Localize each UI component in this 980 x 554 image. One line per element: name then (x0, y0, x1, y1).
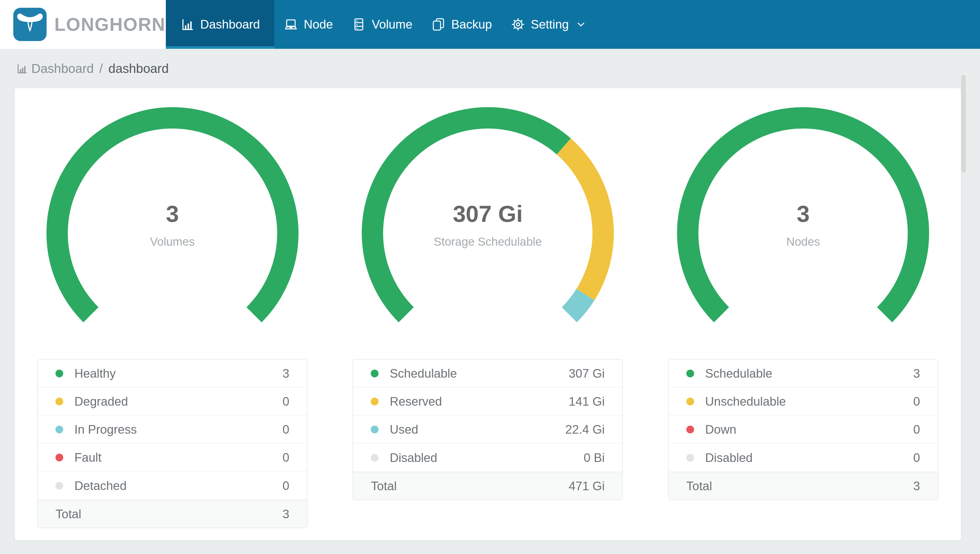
legend-row: Detached 0 (38, 472, 307, 500)
status-dot (686, 426, 694, 433)
legend-label: Disabled (390, 451, 437, 465)
legend-value: 0 (283, 451, 289, 465)
total-value: 3 (913, 479, 920, 493)
legend-total-row: Total 3 (668, 472, 938, 500)
bar-chart-icon (180, 17, 195, 32)
vertical-scrollbar-thumb[interactable] (961, 75, 966, 173)
longhorn-logo[interactable]: LONGHORN (0, 0, 166, 49)
legend-label: Fault (74, 451, 102, 465)
status-dot (371, 398, 379, 405)
legend-label: Unschedulable (705, 395, 786, 408)
legend-value: 141 Gi (569, 395, 605, 408)
legend-label: Degraded (74, 395, 128, 408)
status-dot (56, 398, 63, 405)
legend-row: Disabled 0 (668, 444, 938, 472)
legend-label: Detached (74, 479, 126, 493)
top-navbar: LONGHORN Dashboard Node (0, 0, 980, 49)
status-dot (56, 454, 63, 462)
total-label: Total (56, 507, 81, 521)
legend-row: Used 22.4 Gi (353, 416, 622, 444)
legend-label: Schedulable (705, 366, 772, 380)
total-label: Total (371, 479, 396, 493)
nav-label: Setting (531, 18, 569, 31)
gauge-center-text: 3 Nodes (671, 201, 935, 248)
legend-value: 0 (283, 479, 289, 493)
volumes-count: 3 (41, 201, 304, 226)
status-dot (56, 369, 63, 377)
longhorn-bull-icon (13, 8, 47, 41)
legend-label: Disabled (705, 451, 752, 465)
nodes-count: 3 (671, 201, 935, 226)
status-dot (686, 454, 694, 462)
brand-name: LONGHORN (54, 14, 165, 35)
storage-legend-table: Schedulable 307 Gi Reserved 141 Gi Used … (352, 359, 623, 500)
total-value: 471 Gi (569, 479, 605, 493)
nav-label: Volume (372, 18, 412, 31)
status-dot (371, 426, 379, 433)
storage-panel: 307 Gi Storage Schedulable Schedulable 3… (330, 88, 645, 540)
storage-schedulable-label: Storage Schedulable (356, 235, 619, 248)
legend-label: Down (705, 423, 737, 436)
total-label: Total (686, 479, 712, 493)
gear-icon (511, 17, 525, 32)
volumes-panel: 3 Volumes Healthy 3 Degraded 0 In Progre… (15, 88, 330, 540)
legend-row: Disabled 0 Bi (353, 444, 622, 472)
volumes-gauge: 3 Volumes (41, 102, 304, 354)
legend-value: 0 (913, 395, 920, 408)
status-dot (686, 369, 694, 377)
nav-label: Backup (451, 18, 492, 31)
nav-item-setting[interactable]: Setting (501, 0, 597, 49)
legend-label: Reserved (390, 395, 442, 408)
breadcrumb-section[interactable]: Dashboard (31, 61, 94, 76)
storage-gauge: 307 Gi Storage Schedulable (356, 102, 619, 354)
nodes-label: Nodes (671, 235, 935, 248)
nav-item-dashboard[interactable]: Dashboard (166, 0, 274, 49)
bar-chart-icon (16, 62, 28, 75)
total-value: 3 (283, 507, 289, 521)
breadcrumb: Dashboard / dashboard (16, 49, 169, 88)
storage-schedulable-value: 307 Gi (356, 201, 619, 226)
legend-label: Healthy (74, 366, 116, 380)
copy-icon (431, 17, 445, 32)
status-dot (371, 454, 379, 462)
status-dot (686, 398, 694, 405)
legend-label: In Progress (74, 423, 137, 436)
legend-value: 22.4 Gi (565, 423, 605, 436)
legend-value: 0 (283, 395, 289, 408)
nodes-legend-table: Schedulable 3 Unschedulable 0 Down 0 Dis… (668, 359, 939, 500)
legend-label: Used (390, 423, 418, 436)
legend-row: Fault 0 (38, 444, 307, 472)
nav-label: Node (304, 18, 333, 31)
breadcrumb-current-page: dashboard (108, 61, 169, 76)
nav-item-node[interactable]: Node (274, 0, 342, 49)
legend-value: 3 (913, 366, 920, 380)
dashboard-card: 3 Volumes Healthy 3 Degraded 0 In Progre… (15, 88, 961, 540)
legend-value: 0 (283, 423, 289, 436)
volumes-label: Volumes (41, 235, 304, 248)
nav-label: Dashboard (200, 18, 260, 31)
laptop-icon (284, 17, 298, 32)
legend-value: 3 (283, 366, 289, 380)
breadcrumb-separator: / (97, 61, 105, 76)
main-nav: Dashboard Node Volume (166, 0, 597, 49)
legend-row: Unschedulable 0 (668, 388, 938, 416)
legend-row: Down 0 (668, 416, 938, 444)
status-dot (56, 482, 63, 490)
legend-value: 0 Bi (584, 451, 605, 465)
volumes-legend-table: Healthy 3 Degraded 0 In Progress 0 Fault… (37, 359, 307, 528)
legend-value: 307 Gi (569, 366, 605, 380)
legend-total-row: Total 3 (38, 500, 307, 528)
nav-item-backup[interactable]: Backup (422, 0, 501, 49)
legend-label: Schedulable (390, 366, 457, 380)
status-dot (56, 426, 63, 433)
gauge-center-text: 3 Volumes (41, 201, 304, 248)
status-dot (371, 369, 379, 377)
nodes-panel: 3 Nodes Schedulable 3 Unschedulable 0 Do… (646, 88, 961, 540)
legend-row: In Progress 0 (38, 416, 307, 444)
legend-total-row: Total 471 Gi (353, 472, 622, 500)
nav-item-volume[interactable]: Volume (342, 0, 422, 49)
legend-row: Reserved 141 Gi (353, 388, 622, 416)
gauge-center-text: 307 Gi Storage Schedulable (356, 201, 619, 248)
nodes-gauge: 3 Nodes (671, 102, 935, 354)
legend-value: 0 (913, 451, 920, 465)
